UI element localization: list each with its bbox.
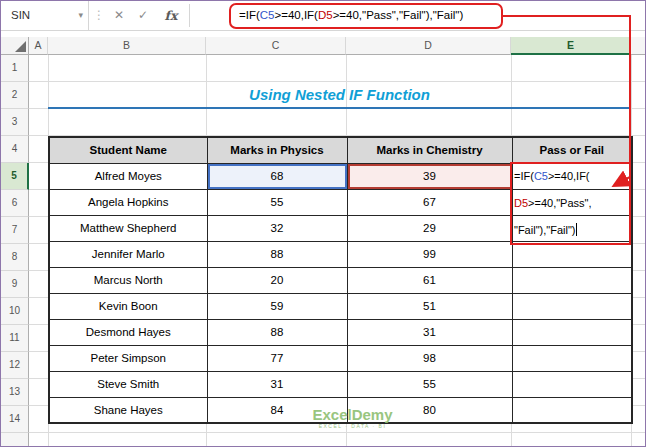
enter-button[interactable]: ✓ — [131, 1, 155, 30]
column-header-b[interactable]: B — [48, 37, 206, 55]
name-box-value: SIN — [11, 9, 30, 21]
cell-physics[interactable]: 88 — [207, 241, 347, 267]
row-header-12[interactable]: 12 — [1, 352, 29, 379]
header-marks-physics[interactable]: Marks in Physics — [207, 137, 347, 163]
header-student-name[interactable]: Student Name — [49, 137, 207, 163]
header-marks-chemistry[interactable]: Marks in Chemistry — [347, 137, 512, 163]
table-row: Jennifer Marlo8899 — [49, 241, 632, 267]
text-cursor-caret — [576, 223, 577, 236]
cell-physics[interactable]: 55 — [207, 189, 347, 215]
row-header-11[interactable]: 11 — [1, 325, 29, 352]
cell-chemistry[interactable]: 80 — [347, 397, 512, 423]
cell-physics[interactable]: 32 — [207, 215, 347, 241]
cell-chemistry[interactable]: 98 — [347, 345, 512, 371]
worksheet-area[interactable]: Using Nested IF Function Student Name Ma… — [29, 55, 646, 447]
table-row: Desmond Hayes8831 — [49, 319, 632, 345]
formula-part: >=40,IF( — [548, 170, 590, 182]
cell-chemistry[interactable]: 61 — [347, 267, 512, 293]
row-header-9[interactable]: 9 — [1, 271, 29, 298]
formula-line-2: D5>=40,"Pass", — [514, 190, 630, 217]
table-row: Kevin Boon5951 — [49, 293, 632, 319]
cell-chemistry-d5[interactable]: 39 — [347, 163, 512, 189]
cell-name[interactable]: Steve Smith — [49, 371, 207, 397]
row-header-3[interactable]: 3 — [1, 109, 29, 136]
table-row: Marcus North2061 — [49, 267, 632, 293]
active-cell-formula[interactable]: =IF(C5>=40,IF( D5>=40,"Pass", "Fail"),"F… — [514, 163, 630, 244]
cell-name[interactable]: Jennifer Marlo — [49, 241, 207, 267]
table-row: Steve Smith3155 — [49, 371, 632, 397]
cell-name[interactable]: Alfred Moyes — [49, 163, 207, 189]
formula-bar-divider — [189, 4, 190, 27]
formula-part: >=40,"Pass","Fail"),"Fail") — [333, 9, 464, 21]
cell-name[interactable]: Matthew Shepherd — [49, 215, 207, 241]
cell-name[interactable]: Kevin Boon — [49, 293, 207, 319]
row-header-1[interactable]: 1 — [1, 55, 29, 82]
insert-function-button[interactable]: fx — [157, 1, 185, 30]
column-header-e-active[interactable]: E — [511, 37, 631, 55]
row-header-5-active[interactable]: 5 — [1, 163, 29, 190]
formula-line-3: "Fail"),"Fail") — [514, 217, 630, 244]
table-row: Shane Hayes8480 — [49, 397, 632, 423]
cell-physics[interactable]: 77 — [207, 345, 347, 371]
cell-physics[interactable]: 88 — [207, 319, 347, 345]
row-header-10[interactable]: 10 — [1, 298, 29, 325]
cell-chemistry[interactable]: 29 — [347, 215, 512, 241]
row-header-8[interactable]: 8 — [1, 244, 29, 271]
select-all-corner[interactable] — [1, 37, 29, 55]
name-box[interactable]: SIN ▾ — [1, 1, 89, 30]
cell-name[interactable]: Angela Hopkins — [49, 189, 207, 215]
column-header-d[interactable]: D — [346, 37, 511, 55]
row-header-14[interactable]: 14 — [1, 406, 29, 433]
formula-part: =IF( — [514, 170, 534, 182]
table-row: Peter Simpson7798 — [49, 345, 632, 371]
formula-ref-c5: C5 — [534, 170, 548, 182]
cell-result[interactable] — [512, 371, 632, 397]
formula-part: >=40,"Pass", — [528, 197, 591, 209]
formula-bar: SIN ▾ ⋮ ✕ ✓ fx =IF(C5>=40,IF(D5>=40,"Pas… — [1, 1, 646, 31]
formula-part: =IF( — [239, 9, 260, 21]
formula-part: >=40,IF( — [274, 9, 317, 21]
cancel-button[interactable]: ✕ — [107, 1, 131, 30]
table-header-row: Student Name Marks in Physics Marks in C… — [49, 137, 632, 163]
cell-result[interactable] — [512, 397, 632, 423]
excel-window: SIN ▾ ⋮ ✕ ✓ fx =IF(C5>=40,IF(D5>=40,"Pas… — [0, 0, 646, 447]
column-header-c[interactable]: C — [206, 37, 346, 55]
row-header-6[interactable]: 6 — [1, 190, 29, 217]
chevron-down-icon[interactable]: ▾ — [78, 1, 83, 30]
sheet-title-cell[interactable]: Using Nested IF Function — [48, 82, 631, 109]
formula-part: "Fail"),"Fail") — [514, 224, 575, 236]
row-header-4[interactable]: 4 — [1, 136, 29, 163]
column-header-a[interactable]: A — [29, 37, 48, 55]
cell-physics[interactable]: 20 — [207, 267, 347, 293]
cell-chemistry[interactable]: 67 — [347, 189, 512, 215]
cell-name[interactable]: Peter Simpson — [49, 345, 207, 371]
cell-result[interactable] — [512, 241, 632, 267]
cell-chemistry[interactable]: 51 — [347, 293, 512, 319]
cell-physics[interactable]: 84 — [207, 397, 347, 423]
cell-result[interactable] — [512, 293, 632, 319]
cell-result[interactable] — [512, 319, 632, 345]
cell-name[interactable]: Desmond Hayes — [49, 319, 207, 345]
cell-physics[interactable]: 31 — [207, 371, 347, 397]
cell-physics-c5[interactable]: 68 — [207, 163, 347, 189]
cell-result[interactable] — [512, 267, 632, 293]
cell-result[interactable] — [512, 345, 632, 371]
cell-name[interactable]: Marcus North — [49, 267, 207, 293]
formula-line-1: =IF(C5>=40,IF( — [514, 163, 630, 190]
row-header-stub[interactable] — [1, 433, 29, 447]
formula-ref-c5: C5 — [260, 9, 275, 21]
cell-chemistry[interactable]: 99 — [347, 241, 512, 267]
row-header-2[interactable]: 2 — [1, 82, 29, 109]
row-header-13[interactable]: 13 — [1, 379, 29, 406]
row-header-7[interactable]: 7 — [1, 217, 29, 244]
cell-chemistry[interactable]: 31 — [347, 319, 512, 345]
cell-chemistry[interactable]: 55 — [347, 371, 512, 397]
cell-name[interactable]: Shane Hayes — [49, 397, 207, 423]
cell-physics[interactable]: 59 — [207, 293, 347, 319]
grip-handle-icon[interactable]: ⋮ — [93, 1, 103, 30]
select-all-triangle-icon — [15, 41, 26, 52]
formula-input[interactable]: =IF(C5>=40,IF(D5>=40,"Pass","Fail"),"Fai… — [239, 1, 463, 30]
formula-ref-d5: D5 — [318, 9, 333, 21]
header-pass-or-fail[interactable]: Pass or Fail — [512, 137, 632, 163]
column-header-stub[interactable] — [631, 37, 646, 55]
